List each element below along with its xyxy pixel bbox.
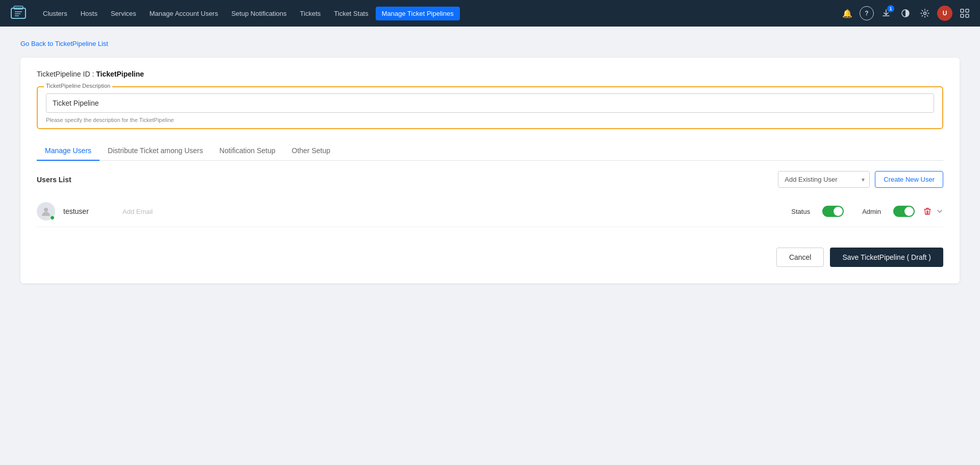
download-badge: 1	[887, 5, 894, 12]
nav-ticket-stats[interactable]: Ticket Stats	[328, 7, 374, 20]
nav-manage-account-users[interactable]: Manage Account Users	[143, 7, 224, 20]
app-logo	[8, 3, 29, 23]
tab-notification-setup[interactable]: Notification Setup	[211, 141, 284, 161]
email-placeholder[interactable]: Add Email	[122, 208, 783, 215]
status-label: Status	[791, 208, 810, 215]
create-new-user-button[interactable]: Create New User	[875, 171, 943, 188]
admin-toggle-knob	[904, 207, 914, 216]
avatar	[37, 202, 55, 221]
page-content: Go Back to TicketPipeline List TicketPip…	[0, 27, 980, 296]
users-list-header: Users List Add Existing User Create New …	[37, 171, 943, 188]
footer-actions: Cancel Save TicketPipeline ( Draft )	[37, 248, 943, 267]
description-box: TicketPipeline Description Please specif…	[37, 86, 943, 129]
theme-icon[interactable]	[898, 6, 913, 20]
tab-distribute-ticket[interactable]: Distribute Ticket among Users	[100, 141, 211, 161]
add-existing-user-select[interactable]: Add Existing User	[778, 171, 870, 188]
user-name: testuser	[63, 207, 114, 215]
svg-rect-8	[966, 9, 969, 12]
status-toggle-knob	[834, 207, 843, 216]
navbar: Clusters Hosts Services Manage Account U…	[0, 0, 980, 27]
row-actions	[923, 207, 943, 216]
save-ticket-pipeline-button[interactable]: Save TicketPipeline ( Draft )	[830, 248, 943, 267]
description-input[interactable]	[46, 93, 934, 113]
nav-services[interactable]: Services	[105, 7, 142, 20]
description-hint: Please specify the description for the T…	[46, 117, 934, 123]
admin-toggle[interactable]	[893, 206, 915, 217]
users-list-title: Users List	[37, 176, 71, 184]
status-toggle[interactable]	[822, 206, 844, 217]
users-list-actions: Add Existing User Create New User	[778, 171, 943, 188]
nav-tickets[interactable]: Tickets	[294, 7, 327, 20]
svg-rect-10	[966, 14, 969, 17]
gear-icon[interactable]	[918, 6, 932, 20]
help-icon[interactable]: ?	[860, 6, 874, 20]
grid-icon[interactable]	[958, 6, 972, 20]
admin-label: Admin	[862, 208, 881, 215]
online-indicator	[50, 215, 55, 220]
ticket-pipeline-id-row: TicketPipeline ID : TicketPipeline	[37, 70, 943, 78]
tp-id-label: TicketPipeline ID :	[37, 70, 94, 78]
svg-point-6	[924, 12, 926, 15]
description-label: TicketPipeline Description	[44, 83, 112, 89]
main-card: TicketPipeline ID : TicketPipeline Ticke…	[20, 58, 960, 283]
user-avatar[interactable]: U	[937, 6, 952, 21]
nav-manage-ticket-pipelines[interactable]: Manage Ticket Pipelines	[376, 7, 460, 20]
tabs-container: Manage Users Distribute Ticket among Use…	[37, 141, 943, 161]
download-icon[interactable]: 1	[879, 6, 893, 20]
svg-rect-0	[11, 8, 26, 18]
nav-links: Clusters Hosts Services Manage Account U…	[37, 7, 838, 20]
svg-point-11	[44, 208, 48, 212]
nav-clusters[interactable]: Clusters	[37, 7, 74, 20]
tp-id-value: TicketPipeline	[96, 70, 144, 78]
tab-other-setup[interactable]: Other Setup	[284, 141, 339, 161]
svg-rect-7	[961, 9, 964, 12]
table-row: testuser Add Email Status Admin	[37, 196, 943, 227]
expand-row-button[interactable]	[936, 208, 943, 215]
add-existing-wrapper: Add Existing User	[778, 171, 870, 188]
back-link[interactable]: Go Back to TicketPipeline List	[20, 40, 108, 47]
nav-setup-notifications[interactable]: Setup Notifications	[225, 7, 292, 20]
cancel-button[interactable]: Cancel	[776, 248, 824, 267]
tab-manage-users[interactable]: Manage Users	[37, 141, 100, 161]
navbar-icons: 🔔 ? 1 U	[840, 6, 972, 21]
svg-rect-9	[961, 14, 964, 17]
delete-user-button[interactable]	[923, 207, 932, 216]
bell-icon[interactable]: 🔔	[840, 6, 854, 20]
nav-hosts[interactable]: Hosts	[75, 7, 104, 20]
